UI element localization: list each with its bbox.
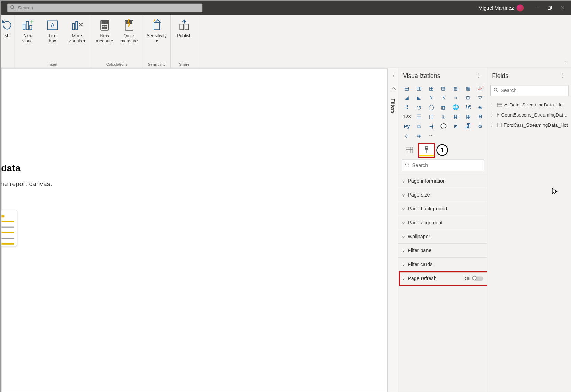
viz-slicer-icon[interactable]: ⊞ (439, 113, 449, 120)
svg-rect-13 (72, 24, 75, 30)
viz-key-influencers-icon[interactable]: ⧉ (414, 122, 424, 130)
window-restore-button[interactable] (543, 2, 556, 14)
viz-more-ellipsis-icon[interactable]: ⋯ (426, 132, 436, 139)
viz-table-icon[interactable]: ▦ (451, 113, 461, 120)
viz-shape-map-icon[interactable]: ◈ (475, 103, 485, 111)
more-visuals-button[interactable]: More visuals ▾ (67, 16, 87, 44)
viz-map-icon[interactable]: 🌐 (451, 103, 461, 111)
svg-point-19 (106, 25, 107, 26)
section-page-information[interactable]: ∨Page information (398, 174, 487, 188)
chevron-down-icon: ∨ (402, 234, 405, 239)
viz-card-icon[interactable]: 123 (402, 113, 412, 120)
viz-treemap-icon[interactable]: ▦ (439, 103, 449, 111)
section-page-refresh[interactable]: ∨ Page refresh Off (398, 271, 487, 285)
svg-rect-7 (26, 21, 29, 30)
fields-search-input[interactable] (501, 88, 565, 94)
svg-line-1 (13, 8, 14, 9)
viz-paginated-icon[interactable]: 🗐 (463, 122, 473, 130)
viz-clustered-bar-icon[interactable]: ▥ (414, 85, 424, 92)
report-canvas[interactable]: ls with your data Fields pane onto the r… (1, 68, 388, 392)
viz-stacked-bar-100-icon[interactable]: ▦ (426, 85, 436, 92)
viz-line-icon[interactable]: 📈 (475, 85, 485, 92)
chevron-down-icon: ∨ (402, 248, 405, 253)
filters-pane-collapsed[interactable]: 〈 ◁ Filters (387, 68, 398, 392)
svg-rect-33 (425, 147, 428, 149)
viz-stacked-column-100-icon[interactable]: ▩ (463, 85, 473, 92)
global-search-input[interactable] (18, 5, 200, 11)
section-page-size[interactable]: ∨Page size (398, 188, 487, 202)
fields-search[interactable] (490, 85, 568, 96)
viz-decomposition-icon[interactable]: ⇶ (426, 122, 436, 130)
viz-multi-row-card-icon[interactable]: ☰ (414, 113, 424, 120)
visualizations-search-input[interactable] (412, 162, 481, 168)
ribbon-group-label: Sensitivity (148, 61, 165, 67)
viz-ribbon-icon[interactable]: ≈ (451, 94, 461, 102)
viz-powerapps-icon[interactable]: ◇ (402, 132, 412, 139)
new-measure-button[interactable]: New measure (95, 16, 114, 44)
viz-line-clustered-icon[interactable]: ⊻ (426, 94, 436, 102)
viz-line-stacked-icon[interactable]: ⊼ (439, 94, 449, 102)
ribbon-group-calculations: New measure Quick measure Calculations (91, 15, 143, 68)
viz-qa-icon[interactable]: 💬 (439, 122, 449, 130)
viz-matrix-icon[interactable]: ▦ (463, 113, 473, 120)
refresh-button[interactable]: sh (2, 16, 12, 38)
section-filter-cards[interactable]: ∨Filter cards (398, 257, 487, 271)
field-table-item[interactable]: 〉 FordCars_StreamingData_Hot (487, 120, 571, 130)
field-table-item[interactable]: 〉 AllData_StreamingData_Hot (487, 100, 571, 110)
fields-tab[interactable] (402, 144, 417, 156)
chevron-down-icon: ∨ (402, 276, 405, 281)
viz-python-icon[interactable]: Py (402, 122, 412, 130)
text-box-button[interactable]: A Text box (43, 16, 62, 44)
viz-stacked-bar-icon[interactable]: ▤ (402, 85, 412, 92)
viz-automate-icon[interactable]: ⚙ (475, 122, 485, 130)
filters-label: Filters (390, 99, 396, 114)
viz-narrative-icon[interactable]: 🗎 (451, 122, 461, 130)
sensitivity-button[interactable]: Sensitivity▾ (147, 16, 166, 44)
ribbon-group-label: Calculations (106, 61, 127, 67)
table-icon (497, 113, 499, 117)
main-area: ls with your data Fields pane onto the r… (1, 68, 571, 392)
window-close-button[interactable] (556, 2, 569, 14)
viz-stacked-area-icon[interactable]: ◣ (414, 94, 424, 102)
viz-kpi-icon[interactable]: ◫ (426, 113, 436, 120)
chevron-left-icon: 〈 (390, 72, 395, 79)
svg-point-17 (102, 25, 103, 26)
page-refresh-toggle[interactable] (473, 276, 483, 281)
svg-rect-8 (30, 26, 32, 30)
search-icon (405, 162, 410, 169)
svg-point-36 (406, 163, 408, 166)
callout-number-1: 1 (436, 144, 448, 156)
visualizations-search[interactable] (402, 160, 484, 171)
viz-area-icon[interactable]: ◢ (402, 94, 412, 102)
avatar[interactable] (517, 4, 524, 11)
viz-waterfall-icon[interactable]: ⊟ (463, 94, 473, 102)
chevron-right-icon[interactable]: 〉 (561, 72, 567, 80)
section-page-background[interactable]: ∨Page background (398, 202, 487, 216)
section-wallpaper[interactable]: ∨Wallpaper (398, 230, 487, 243)
section-filter-pane[interactable]: ∨Filter pane (398, 243, 487, 257)
format-tab[interactable] (419, 144, 434, 156)
viz-donut-icon[interactable]: ◯ (426, 103, 436, 111)
canvas-heading: ls with your data (1, 163, 52, 174)
viz-scatter-icon[interactable]: ⠿ (402, 103, 412, 111)
viz-clustered-column-icon[interactable]: ▧ (439, 85, 449, 92)
viz-stacked-column-icon[interactable]: ▨ (451, 85, 461, 92)
section-page-alignment[interactable]: ∨Page alignment (398, 216, 487, 230)
collapse-ribbon-button[interactable]: ⌃ (564, 60, 568, 66)
quick-measure-button[interactable]: Quick measure (119, 16, 139, 44)
publish-button[interactable]: Publish (174, 16, 194, 38)
global-search[interactable] (7, 4, 202, 12)
viz-r-icon[interactable]: R (475, 113, 485, 120)
chevron-right-icon[interactable]: 〉 (477, 72, 483, 80)
viz-more1-icon[interactable]: ◈ (414, 132, 424, 139)
svg-point-38 (494, 88, 497, 91)
viz-funnel-icon[interactable]: ▽ (475, 94, 485, 102)
viz-filled-map-icon[interactable]: 🗺 (463, 103, 473, 111)
field-table-item[interactable]: 〉 Count5secons_StreamingDat… (487, 110, 571, 120)
viz-pie-icon[interactable]: ◔ (414, 103, 424, 111)
page-refresh-state-label: Off (465, 276, 471, 281)
chevron-down-icon: ▾ (156, 39, 158, 43)
window-minimize-button[interactable] (531, 2, 543, 14)
new-visual-button[interactable]: New visual (18, 16, 38, 44)
chevron-right-icon: 〉 (491, 113, 495, 118)
